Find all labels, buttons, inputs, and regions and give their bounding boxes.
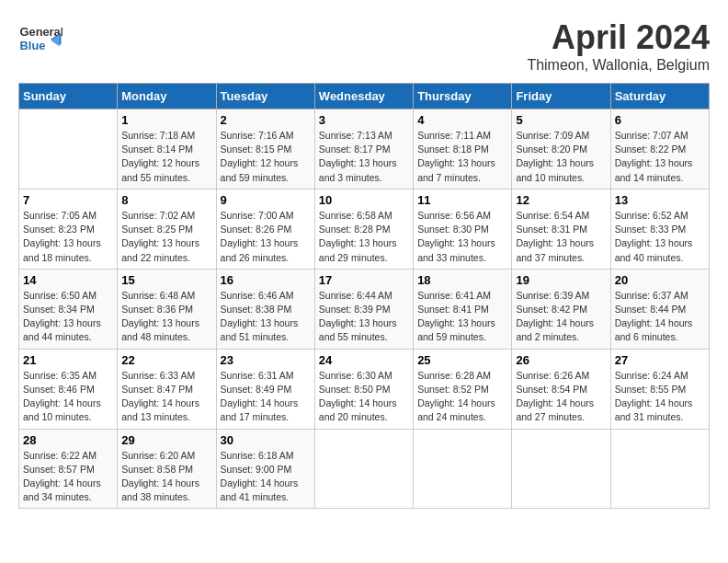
weekday-header-cell: Thursday <box>414 84 512 109</box>
weekday-header-row: SundayMondayTuesdayWednesdayThursdayFrid… <box>19 84 710 109</box>
calendar-day-cell: 13Sunrise: 6:52 AM Sunset: 8:33 PM Dayli… <box>610 189 709 269</box>
day-info: Sunrise: 7:09 AM Sunset: 8:20 PM Dayligh… <box>516 129 606 185</box>
day-number: 24 <box>319 353 409 367</box>
calendar-day-cell: 4Sunrise: 7:11 AM Sunset: 8:18 PM Daylig… <box>414 109 512 190</box>
day-info: Sunrise: 6:50 AM Sunset: 8:34 PM Dayligh… <box>23 289 113 345</box>
day-number: 19 <box>516 273 606 287</box>
day-info: Sunrise: 6:39 AM Sunset: 8:42 PM Dayligh… <box>516 289 606 345</box>
day-info: Sunrise: 7:16 AM Sunset: 8:15 PM Dayligh… <box>221 129 311 185</box>
day-number: 7 <box>23 193 113 207</box>
day-info: Sunrise: 6:26 AM Sunset: 8:54 PM Dayligh… <box>516 369 606 425</box>
day-info: Sunrise: 6:37 AM Sunset: 8:44 PM Dayligh… <box>615 289 705 345</box>
calendar-week-row: 21Sunrise: 6:35 AM Sunset: 8:46 PM Dayli… <box>19 349 710 429</box>
day-number: 5 <box>516 113 606 127</box>
day-number: 3 <box>319 113 409 127</box>
day-number: 13 <box>615 193 705 207</box>
day-info: Sunrise: 6:41 AM Sunset: 8:41 PM Dayligh… <box>417 289 507 345</box>
weekday-header-cell: Saturday <box>610 84 709 109</box>
day-info: Sunrise: 6:18 AM Sunset: 9:00 PM Dayligh… <box>221 449 311 505</box>
svg-text:Blue: Blue <box>20 39 46 52</box>
calendar-day-cell: 12Sunrise: 6:54 AM Sunset: 8:31 PM Dayli… <box>512 189 610 269</box>
calendar-day-cell: 21Sunrise: 6:35 AM Sunset: 8:46 PM Dayli… <box>19 349 118 429</box>
calendar-day-cell: 5Sunrise: 7:09 AM Sunset: 8:20 PM Daylig… <box>512 109 610 190</box>
logo: General Blue <box>18 18 63 55</box>
weekday-header-cell: Tuesday <box>216 84 314 109</box>
calendar-week-row: 7Sunrise: 7:05 AM Sunset: 8:23 PM Daylig… <box>19 189 710 269</box>
calendar-day-cell: 6Sunrise: 7:07 AM Sunset: 8:22 PM Daylig… <box>610 109 709 190</box>
day-number: 11 <box>417 193 507 207</box>
day-number: 22 <box>121 353 211 367</box>
day-info: Sunrise: 6:46 AM Sunset: 8:38 PM Dayligh… <box>221 289 311 345</box>
day-number: 1 <box>121 113 211 127</box>
day-number: 12 <box>516 193 606 207</box>
calendar-day-cell: 26Sunrise: 6:26 AM Sunset: 8:54 PM Dayli… <box>512 349 610 429</box>
day-info: Sunrise: 7:11 AM Sunset: 8:18 PM Dayligh… <box>417 129 507 185</box>
day-info: Sunrise: 6:20 AM Sunset: 8:58 PM Dayligh… <box>121 449 211 505</box>
day-number: 23 <box>221 353 311 367</box>
calendar-day-cell: 28Sunrise: 6:22 AM Sunset: 8:57 PM Dayli… <box>19 429 118 509</box>
calendar-day-cell <box>414 429 512 509</box>
day-number: 2 <box>221 113 311 127</box>
day-number: 16 <box>221 273 311 287</box>
calendar-day-cell: 19Sunrise: 6:39 AM Sunset: 8:42 PM Dayli… <box>512 269 610 349</box>
day-number: 30 <box>221 433 311 447</box>
calendar-day-cell: 2Sunrise: 7:16 AM Sunset: 8:15 PM Daylig… <box>216 109 314 190</box>
calendar-day-cell: 23Sunrise: 6:31 AM Sunset: 8:49 PM Dayli… <box>216 349 314 429</box>
day-info: Sunrise: 6:54 AM Sunset: 8:31 PM Dayligh… <box>516 209 606 265</box>
day-info: Sunrise: 6:30 AM Sunset: 8:50 PM Dayligh… <box>319 369 409 425</box>
day-info: Sunrise: 6:48 AM Sunset: 8:36 PM Dayligh… <box>121 289 211 345</box>
month-title: April 2024 <box>527 18 710 57</box>
calendar-day-cell: 15Sunrise: 6:48 AM Sunset: 8:36 PM Dayli… <box>118 269 216 349</box>
day-number: 26 <box>516 353 606 367</box>
calendar-day-cell: 25Sunrise: 6:28 AM Sunset: 8:52 PM Dayli… <box>414 349 512 429</box>
calendar-day-cell: 30Sunrise: 6:18 AM Sunset: 9:00 PM Dayli… <box>216 429 314 509</box>
calendar-week-row: 14Sunrise: 6:50 AM Sunset: 8:34 PM Dayli… <box>19 269 710 349</box>
header: General Blue April 2024 Thimeon, Walloni… <box>18 18 710 74</box>
calendar-week-row: 28Sunrise: 6:22 AM Sunset: 8:57 PM Dayli… <box>19 429 710 509</box>
weekday-header-cell: Wednesday <box>314 84 413 109</box>
day-info: Sunrise: 7:18 AM Sunset: 8:14 PM Dayligh… <box>121 129 211 185</box>
day-number: 27 <box>615 353 705 367</box>
weekday-header-cell: Monday <box>118 84 216 109</box>
day-info: Sunrise: 6:28 AM Sunset: 8:52 PM Dayligh… <box>417 369 507 425</box>
calendar-day-cell <box>19 109 118 190</box>
day-info: Sunrise: 6:35 AM Sunset: 8:46 PM Dayligh… <box>23 369 113 425</box>
day-number: 14 <box>23 273 113 287</box>
day-number: 25 <box>417 353 507 367</box>
day-number: 6 <box>615 113 705 127</box>
calendar-day-cell: 14Sunrise: 6:50 AM Sunset: 8:34 PM Dayli… <box>19 269 118 349</box>
day-info: Sunrise: 6:58 AM Sunset: 8:28 PM Dayligh… <box>319 209 409 265</box>
day-info: Sunrise: 6:44 AM Sunset: 8:39 PM Dayligh… <box>319 289 409 345</box>
calendar-day-cell: 22Sunrise: 6:33 AM Sunset: 8:47 PM Dayli… <box>118 349 216 429</box>
day-number: 21 <box>23 353 113 367</box>
calendar-day-cell: 17Sunrise: 6:44 AM Sunset: 8:39 PM Dayli… <box>314 269 413 349</box>
day-number: 20 <box>615 273 705 287</box>
day-info: Sunrise: 7:13 AM Sunset: 8:17 PM Dayligh… <box>319 129 409 185</box>
calendar-day-cell <box>512 429 610 509</box>
calendar-day-cell: 27Sunrise: 6:24 AM Sunset: 8:55 PM Dayli… <box>610 349 709 429</box>
title-area: April 2024 Thimeon, Wallonia, Belgium <box>527 18 710 74</box>
calendar-day-cell: 7Sunrise: 7:05 AM Sunset: 8:23 PM Daylig… <box>19 189 118 269</box>
day-info: Sunrise: 7:02 AM Sunset: 8:25 PM Dayligh… <box>121 209 211 265</box>
calendar-day-cell: 29Sunrise: 6:20 AM Sunset: 8:58 PM Dayli… <box>118 429 216 509</box>
calendar-day-cell: 24Sunrise: 6:30 AM Sunset: 8:50 PM Dayli… <box>314 349 413 429</box>
day-number: 9 <box>221 193 311 207</box>
day-number: 28 <box>23 433 113 447</box>
calendar-day-cell: 18Sunrise: 6:41 AM Sunset: 8:41 PM Dayli… <box>414 269 512 349</box>
calendar-day-cell: 9Sunrise: 7:00 AM Sunset: 8:26 PM Daylig… <box>216 189 314 269</box>
calendar-day-cell: 8Sunrise: 7:02 AM Sunset: 8:25 PM Daylig… <box>118 189 216 269</box>
day-info: Sunrise: 6:52 AM Sunset: 8:33 PM Dayligh… <box>615 209 705 265</box>
day-info: Sunrise: 6:24 AM Sunset: 8:55 PM Dayligh… <box>615 369 705 425</box>
day-info: Sunrise: 6:22 AM Sunset: 8:57 PM Dayligh… <box>23 449 113 505</box>
day-number: 15 <box>121 273 211 287</box>
weekday-header-cell: Sunday <box>19 84 118 109</box>
general-blue-logo: General Blue <box>18 18 63 55</box>
day-info: Sunrise: 7:07 AM Sunset: 8:22 PM Dayligh… <box>615 129 705 185</box>
location-title: Thimeon, Wallonia, Belgium <box>527 57 710 74</box>
calendar-day-cell: 1Sunrise: 7:18 AM Sunset: 8:14 PM Daylig… <box>118 109 216 190</box>
calendar-day-cell: 11Sunrise: 6:56 AM Sunset: 8:30 PM Dayli… <box>414 189 512 269</box>
calendar-day-cell <box>610 429 709 509</box>
day-info: Sunrise: 6:56 AM Sunset: 8:30 PM Dayligh… <box>417 209 507 265</box>
day-number: 8 <box>121 193 211 207</box>
calendar-day-cell: 3Sunrise: 7:13 AM Sunset: 8:17 PM Daylig… <box>314 109 413 190</box>
